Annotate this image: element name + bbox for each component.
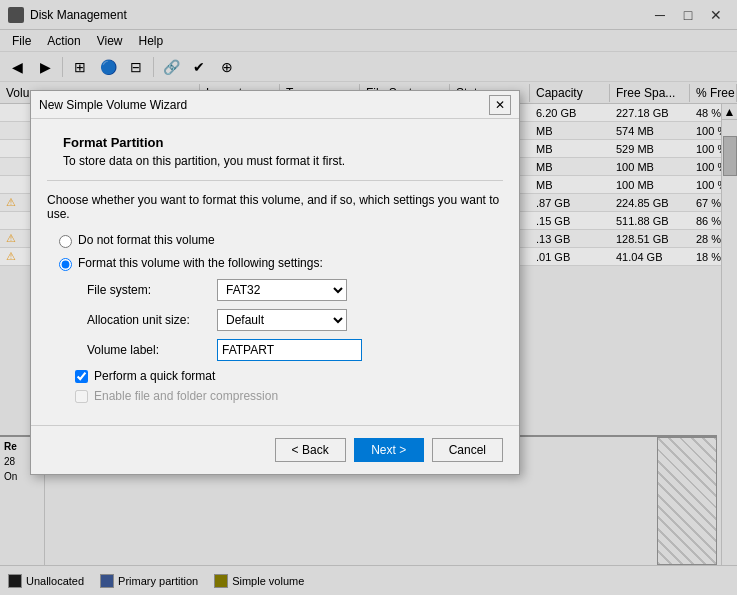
volume-label-label: Volume label: bbox=[87, 343, 217, 357]
filesystem-row: File system: FAT32 NTFS exFAT bbox=[87, 279, 503, 301]
filesystem-label: File system: bbox=[87, 283, 217, 297]
new-simple-volume-dialog: New Simple Volume Wizard ✕ Format Partit… bbox=[30, 90, 520, 475]
filesystem-select[interactable]: FAT32 NTFS exFAT bbox=[217, 279, 347, 301]
dialog-buttons: < Back Next > Cancel bbox=[31, 425, 519, 474]
radio-group: Do not format this volume Format this vo… bbox=[59, 233, 503, 361]
format-settings: File system: FAT32 NTFS exFAT Allocation… bbox=[87, 279, 503, 361]
quick-format-checkbox[interactable] bbox=[75, 370, 88, 383]
dialog-section-title: Format Partition bbox=[63, 135, 503, 150]
dialog-title: New Simple Volume Wizard bbox=[39, 98, 489, 112]
radio-format[interactable] bbox=[59, 258, 72, 271]
volume-label-row: Volume label: bbox=[87, 339, 503, 361]
next-button[interactable]: Next > bbox=[354, 438, 424, 462]
compression-checkbox[interactable] bbox=[75, 390, 88, 403]
cancel-button[interactable]: Cancel bbox=[432, 438, 503, 462]
dialog-body: Format Partition To store data on this p… bbox=[31, 119, 519, 425]
back-button[interactable]: < Back bbox=[275, 438, 346, 462]
dialog-overlay: New Simple Volume Wizard ✕ Format Partit… bbox=[0, 0, 737, 595]
allocation-label: Allocation unit size: bbox=[87, 313, 217, 327]
quick-format-label[interactable]: Perform a quick format bbox=[94, 369, 215, 383]
quick-format-row: Perform a quick format bbox=[75, 369, 503, 383]
dialog-divider bbox=[47, 180, 503, 181]
radio-no-format-item: Do not format this volume bbox=[59, 233, 503, 248]
allocation-row: Allocation unit size: Default 512 1024 2… bbox=[87, 309, 503, 331]
dialog-section-desc: To store data on this partition, you mus… bbox=[63, 154, 503, 168]
dialog-close-button[interactable]: ✕ bbox=[489, 95, 511, 115]
radio-no-format[interactable] bbox=[59, 235, 72, 248]
compression-label: Enable file and folder compression bbox=[94, 389, 278, 403]
radio-format-item: Format this volume with the following se… bbox=[59, 256, 503, 271]
radio-format-label[interactable]: Format this volume with the following se… bbox=[78, 256, 323, 270]
allocation-select[interactable]: Default 512 1024 2048 4096 bbox=[217, 309, 347, 331]
compression-row: Enable file and folder compression bbox=[75, 389, 503, 403]
volume-label-input[interactable] bbox=[217, 339, 362, 361]
dialog-title-bar: New Simple Volume Wizard ✕ bbox=[31, 91, 519, 119]
dialog-question: Choose whether you want to format this v… bbox=[47, 193, 503, 221]
radio-no-format-label[interactable]: Do not format this volume bbox=[78, 233, 215, 247]
